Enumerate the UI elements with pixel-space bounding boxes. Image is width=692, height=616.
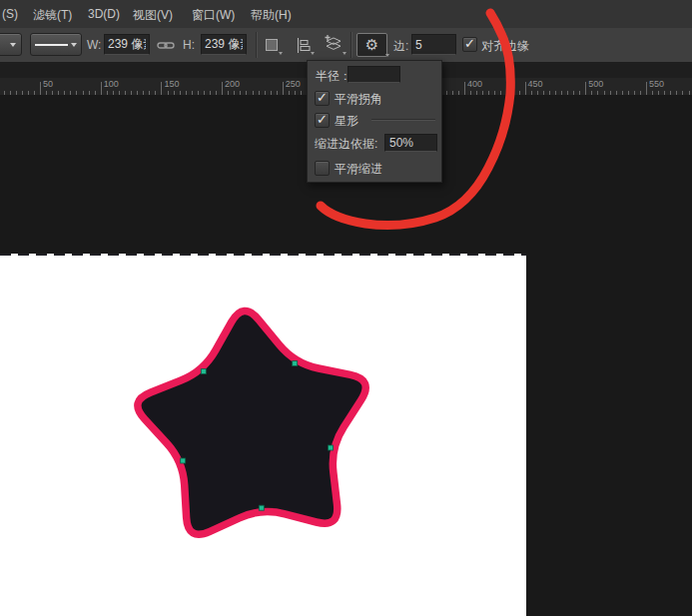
height-label: H:: [183, 38, 195, 52]
ruler-label: 150: [164, 79, 179, 89]
chevron-down-icon: [343, 52, 346, 55]
menu-item-1[interactable]: 滤镜(T): [33, 7, 72, 24]
smooth-indents-label: 平滑缩进: [335, 161, 382, 178]
stroke-preview-line: [35, 44, 68, 46]
path-arrange-icon[interactable]: [322, 33, 344, 55]
ruler-major-tick: [101, 82, 102, 95]
chevron-down-icon: [385, 54, 389, 57]
align-edges-label: 对齐边缘: [481, 38, 529, 55]
width-input[interactable]: [104, 34, 150, 55]
link-icon[interactable]: [155, 34, 177, 56]
star-checkbox[interactable]: [315, 113, 330, 128]
ruler-label: 200: [225, 79, 240, 89]
chevron-down-icon: [311, 52, 315, 55]
menu-item-2[interactable]: 3D(D): [88, 7, 120, 21]
canvas-top-edge: [0, 254, 526, 256]
smooth-corners-checkbox[interactable]: [315, 91, 330, 106]
star-geometry-panel: 半径： 平滑拐角 星形 缩进边依据: 平滑缩进: [307, 60, 442, 183]
ruler-major-tick: [222, 82, 223, 95]
width-label: W:: [87, 38, 101, 52]
ruler-major-tick: [464, 82, 465, 95]
document-canvas[interactable]: [0, 254, 526, 616]
menu-bar: (S)滤镜(T)3D(D)视图(V)窗口(W)帮助(H): [0, 0, 692, 29]
separator: [256, 32, 257, 58]
sides-label: 边:: [393, 38, 408, 55]
ruler-major-tick: [161, 82, 162, 95]
gear-icon[interactable]: ⚙: [356, 33, 387, 57]
ruler-label: 50: [43, 79, 53, 89]
smooth-corners-label: 平滑拐角: [335, 91, 382, 108]
chevron-down-icon: [71, 43, 77, 47]
chevron-down-icon: [279, 52, 283, 55]
stroke-style-dropdown[interactable]: [30, 33, 82, 56]
indent-sides-label: 缩进边依据:: [315, 136, 377, 153]
height-input[interactable]: [201, 34, 247, 55]
tool-options-bar: W: H: ⚙ 边: 对齐边缘: [0, 28, 692, 63]
ruler-major-tick: [283, 82, 284, 95]
ruler-major-tick: [525, 82, 526, 95]
ruler-label: 250: [286, 79, 301, 89]
star-label: 星形: [335, 113, 358, 130]
smooth-indents-checkbox[interactable]: [315, 161, 330, 176]
separator: [350, 32, 351, 58]
radius-label: 半径：: [316, 68, 351, 85]
tool-preset-dropdown[interactable]: [0, 33, 22, 56]
sides-input[interactable]: [411, 34, 456, 55]
ruler-label: 400: [467, 79, 482, 89]
ruler-label: 450: [528, 79, 543, 89]
menu-item-4[interactable]: 窗口(W): [192, 7, 235, 24]
ruler-major-tick: [646, 82, 647, 95]
divider: [371, 119, 435, 120]
chevron-down-icon: [10, 43, 16, 47]
ruler-major-tick: [40, 82, 41, 95]
indent-sides-input[interactable]: [384, 134, 437, 152]
ruler-label: 100: [104, 79, 119, 89]
align-edges-checkbox[interactable]: [462, 37, 477, 52]
menu-item-3[interactable]: 视图(V): [133, 7, 173, 24]
ruler-label: 500: [588, 79, 603, 89]
radius-input[interactable]: [347, 66, 400, 83]
ruler-major-tick: [585, 82, 586, 95]
menu-item-0[interactable]: (S): [2, 7, 18, 21]
ruler-label: 550: [649, 79, 664, 89]
menu-item-5[interactable]: 帮助(H): [251, 7, 292, 24]
photoshop-window: (S)滤镜(T)3D(D)视图(V)窗口(W)帮助(H) W: H:: [0, 0, 692, 616]
